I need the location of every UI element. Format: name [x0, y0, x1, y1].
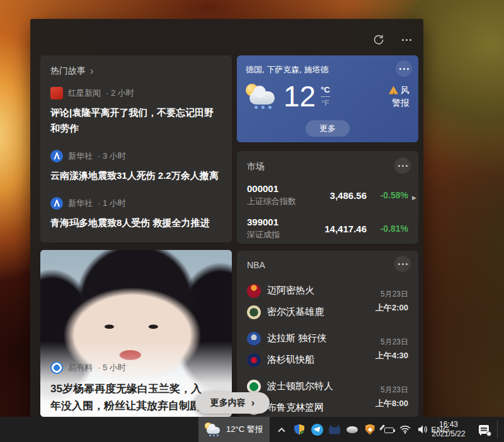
- index-value: 14,417.46: [307, 224, 367, 234]
- index-name: 深证成指: [247, 229, 302, 241]
- weather-ellipsis-icon[interactable]: [396, 60, 412, 77]
- nba-game-row[interactable]: 达拉斯 独行侠 洛杉矶快船 5月23日 上午4:30: [247, 331, 408, 368]
- telegram-icon[interactable]: [311, 423, 323, 436]
- windows-defender-icon[interactable]: [293, 423, 306, 436]
- dallas-mavericks-logo-icon: [247, 332, 261, 346]
- more-content-label: 更多内容: [210, 397, 246, 409]
- la-clippers-logo-icon: [247, 353, 261, 367]
- news-item[interactable]: 新华社 · 1 小时 青海玛多地震致8人受伤 救援全力推进: [50, 197, 222, 230]
- market-row[interactable]: 000001 上证综合指数 3,486.56 -0.58%: [247, 183, 408, 207]
- hot-stories-card: 热门故事 › 红星新闻 · 2 小时 评论|袁隆平离开了我们，不要忘记田野和劳作…: [40, 55, 232, 242]
- battery-pen-icon[interactable]: [381, 423, 394, 436]
- taskbar: 12°C 警报: [0, 417, 504, 442]
- hidden-icons-chevron-icon[interactable]: [275, 423, 288, 436]
- panel-ellipsis-icon[interactable]: [399, 33, 413, 47]
- index-change: -0.58%: [372, 190, 408, 200]
- nba-game-row[interactable]: 迈阿密热火 密尔沃基雄鹿 5月23日 上午2:00: [247, 283, 408, 320]
- celsius-label[interactable]: °C: [321, 85, 330, 97]
- taskbar-separator: [497, 421, 498, 438]
- weather-card[interactable]: 德国, 下萨克森, 施塔德 12 °C °F !: [237, 55, 418, 142]
- nba-title: NBA: [247, 260, 265, 270]
- taskbar-weather-widget[interactable]: 12°C 警报: [198, 417, 270, 442]
- boston-celtics-logo-icon: [247, 380, 261, 394]
- photo-story-card[interactable]: 易有料 · 5 小时 35岁杨幂再度无缘白玉兰奖，入 年没入围，粉丝让其放弃自制…: [40, 250, 232, 417]
- index-change: -0.81%: [372, 224, 408, 234]
- taskbar-weather-label: 12°C 警报: [226, 424, 263, 435]
- hongxing-news-icon: [50, 87, 63, 99]
- refresh-icon[interactable]: [372, 33, 386, 47]
- screen: 热门故事 › 红星新闻 · 2 小时 评论|袁隆平离开了我们，不要忘记田野和劳作…: [0, 0, 504, 442]
- news-headline[interactable]: 青海玛多地震致8人受伤 救援全力推进: [50, 215, 222, 230]
- team-name: 波士顿凯尔特人: [267, 380, 333, 392]
- ellipsis-dots: [402, 39, 411, 41]
- nba-ellipsis-icon[interactable]: [394, 256, 411, 272]
- index-value: 3,486.56: [307, 190, 367, 201]
- fahrenheit-label[interactable]: °F: [321, 99, 329, 108]
- team-name: 达拉斯 独行侠: [267, 332, 326, 344]
- news-source: 易有料: [68, 362, 93, 373]
- market-title: 市场: [247, 161, 265, 173]
- news-item[interactable]: 红星新闻 · 2 小时 评论|袁隆平离开了我们，不要忘记田野和劳作: [50, 87, 222, 136]
- weather-location: 德国, 下萨克森, 施塔德: [246, 64, 328, 76]
- hot-stories-header[interactable]: 热门故事 ›: [50, 65, 222, 77]
- market-next-arrow-icon[interactable]: ▶: [412, 195, 416, 201]
- milwaukee-bucks-logo-icon: [247, 305, 261, 319]
- weather-alert[interactable]: ! 风 警报: [389, 84, 410, 109]
- action-center-icon[interactable]: [474, 417, 494, 442]
- news-source: 新华社: [68, 150, 93, 162]
- ellipsis-dots: [399, 68, 409, 70]
- market-ellipsis-icon[interactable]: [394, 157, 411, 174]
- game-date: 5月23日: [375, 289, 408, 300]
- news-source: 新华社: [68, 198, 93, 209]
- team-name: 洛杉矶快船: [267, 354, 314, 366]
- nba-header: NBA: [247, 258, 408, 272]
- unit-toggle[interactable]: °C °F: [321, 85, 330, 108]
- market-header: 市场: [247, 160, 408, 174]
- more-content-button[interactable]: 更多内容 ›: [195, 392, 270, 414]
- index-cell: 000001 上证综合指数: [247, 183, 302, 207]
- game-info: 5月23日 上午4:30: [375, 337, 408, 361]
- news-interests-panel: 热门故事 › 红星新闻 · 2 小时 评论|袁隆平离开了我们，不要忘记田野和劳作…: [30, 19, 423, 417]
- news-time: · 3 小时: [98, 150, 126, 162]
- wifi-icon[interactable]: [399, 423, 411, 436]
- show-desktop-button[interactable]: [498, 417, 504, 442]
- weather-main: 12 °C °F ! 风 警报: [246, 82, 410, 111]
- game-time: 上午4:30: [375, 350, 408, 361]
- hot-stories-title: 热门故事: [50, 65, 86, 77]
- market-row[interactable]: 399001 深证成指 14,417.46 -0.81%: [247, 217, 408, 241]
- chevron-right-icon: ›: [251, 398, 255, 408]
- news-item[interactable]: 新华社 · 3 小时 云南漾濞地震致31人死伤 2.2万余人撤离: [50, 150, 222, 183]
- news-headline[interactable]: 评论|袁隆平离开了我们，不要忘记田野和劳作: [50, 105, 222, 136]
- xinhua-icon: [50, 150, 63, 162]
- bat-app-icon[interactable]: [328, 423, 341, 436]
- news-time: · 5 小时: [98, 362, 126, 373]
- mouse-icon[interactable]: [346, 423, 358, 436]
- market-card[interactable]: 市场 000001 上证综合指数 3,486.56 -0.58% 399001 …: [237, 151, 418, 244]
- security-shield-icon[interactable]: [364, 423, 376, 436]
- game-info: 5月23日 上午8:00: [375, 385, 408, 409]
- yiyouliao-icon: [50, 361, 63, 374]
- weather-more-button[interactable]: 更多: [306, 120, 350, 137]
- game-time: 上午2:00: [375, 302, 408, 314]
- team-name: 迈阿密热火: [267, 285, 314, 297]
- news-headline[interactable]: 云南漾濞地震致31人死伤 2.2万余人撤离: [50, 167, 222, 183]
- news-meta: 易有料 · 5 小时: [50, 361, 222, 374]
- clock-date: 2021/5/22: [432, 429, 465, 439]
- game-date: 5月23日: [375, 337, 408, 348]
- chevron-right-icon: ›: [90, 66, 93, 76]
- taskbar-clock[interactable]: 16:43 2021/5/22: [426, 417, 471, 442]
- sun-cloud-rain-icon: [205, 422, 221, 436]
- nba-card[interactable]: NBA 迈阿密热火 密尔沃基雄鹿 5月23日 上午2:00 达拉斯 独行侠: [237, 251, 418, 417]
- ellipsis-dots: [398, 165, 408, 167]
- news-time: · 1 小时: [98, 198, 126, 209]
- news-meta: 红星新闻 · 2 小时: [50, 87, 222, 99]
- news-meta: 新华社 · 3 小时: [50, 150, 222, 162]
- news-meta: 新华社 · 1 小时: [50, 197, 222, 210]
- index-code: 399001: [247, 217, 302, 227]
- alert-line-1: 风: [401, 84, 410, 96]
- nba-game-row[interactable]: 波士顿凯尔特人 布鲁克林篮网 5月23日 上午8:00: [247, 378, 408, 416]
- weather-header: 德国, 下萨克森, 施塔德: [246, 63, 410, 77]
- sun-cloud-rain-icon: [246, 84, 277, 109]
- panel-toolbar: [372, 33, 413, 47]
- warning-triangle-icon: !: [389, 86, 398, 94]
